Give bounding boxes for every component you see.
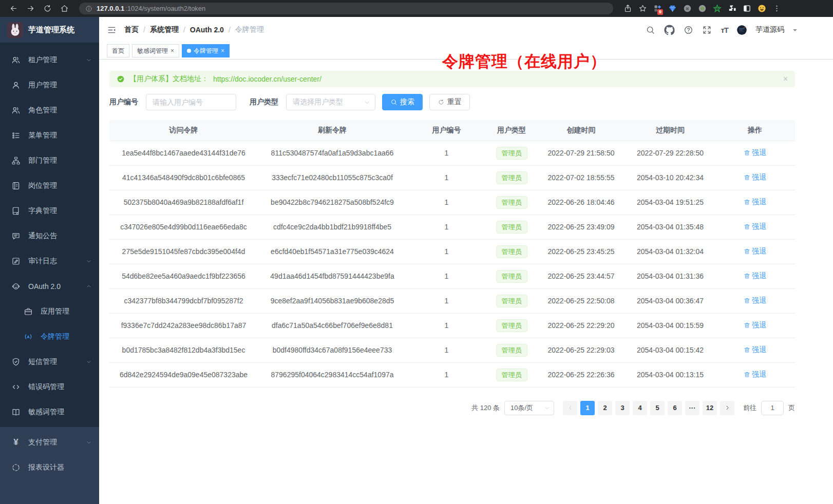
record-extension-icon[interactable] <box>698 4 707 13</box>
page-button[interactable]: 2 <box>598 401 612 415</box>
menu-item-oauth2-app-management[interactable]: 应用管理 <box>0 299 99 324</box>
browser-forward-icon[interactable] <box>26 4 35 13</box>
tab-home[interactable]: 首页 <box>107 44 129 57</box>
menu-item-audit-log[interactable]: 审计日志 <box>0 248 99 274</box>
menu-item-notice-announcement[interactable]: 通知公告 <box>0 223 99 248</box>
force-logout-button[interactable]: 强退 <box>744 345 766 355</box>
address-bar[interactable]: 127.0.0.1 :1024/system/oauth2/token <box>79 3 613 14</box>
user-caret-down-icon[interactable] <box>793 29 797 33</box>
menu-item-user-management[interactable]: 用户管理 <box>0 72 99 98</box>
tab-label: 令牌管理 <box>194 47 218 55</box>
pay-icon: ¥ <box>11 438 21 447</box>
page-button[interactable]: 6 <box>668 401 682 415</box>
column-header: 访问令牌 <box>109 120 258 141</box>
menu-item-label: 租户管理 <box>28 55 57 65</box>
sidebar-toggle-icon[interactable] <box>107 25 117 35</box>
menu-item-oauth2-token-management[interactable]: A令牌管理 <box>0 324 99 349</box>
app-logo[interactable]: 芋道管理系统 <box>0 17 99 43</box>
force-logout-button[interactable]: 强退 <box>744 173 766 182</box>
cell-user-type: 管理员 <box>486 288 537 313</box>
force-logout-button[interactable]: 强退 <box>744 247 766 256</box>
prev-page-button[interactable] <box>563 401 577 415</box>
menu-item-tenant-management[interactable]: 租户管理 <box>0 47 99 72</box>
cell-actions: 强退 <box>715 190 795 215</box>
cell-refresh-token: e6cfd40eb1f54571a31e775e039c4624 <box>258 239 407 264</box>
page-button[interactable]: 3 <box>615 401 630 415</box>
user-id-input[interactable] <box>146 94 236 110</box>
table-row: 275e5de9151045fe87cbdc395e004f4de6cfd40e… <box>109 239 795 264</box>
cell-access-token: 275e5de9151045fe87cbdc395e004f4d <box>109 239 258 264</box>
bookmark-star-icon[interactable] <box>638 4 647 13</box>
tab-group-icon[interactable] <box>743 4 751 13</box>
green-star-extension-icon[interactable] <box>713 4 722 13</box>
user-type-select[interactable]: 请选择用户类型 <box>286 94 375 110</box>
browser-back-icon[interactable] <box>9 4 18 13</box>
github-icon[interactable] <box>664 25 675 35</box>
next-page-button[interactable] <box>720 401 734 415</box>
menu-item-menu-management[interactable]: 菜单管理 <box>0 123 99 148</box>
extensions-puzzle-icon[interactable] <box>728 4 736 13</box>
gem-extension-icon[interactable] <box>668 4 677 13</box>
navbar-tools: тT 芋道源码 <box>646 25 797 35</box>
help-icon[interactable] <box>684 25 693 35</box>
tab-close-icon[interactable]: × <box>221 48 224 54</box>
search-icon <box>390 99 397 106</box>
tab-token[interactable]: 令牌管理× <box>182 44 230 57</box>
browser-menu-icon[interactable] <box>772 4 781 13</box>
share-icon[interactable] <box>623 4 632 13</box>
force-logout-button[interactable]: 强退 <box>744 321 766 330</box>
sms-icon <box>11 357 21 366</box>
menu-item-error-code-management[interactable]: 错误码管理 <box>0 374 99 399</box>
font-size-icon[interactable]: тT <box>721 26 728 34</box>
force-logout-button[interactable]: 强退 <box>744 148 766 158</box>
fullscreen-icon[interactable] <box>702 25 712 35</box>
force-logout-button[interactable]: 强退 <box>744 222 766 231</box>
cmd-extension-icon[interactable]: ⌘ <box>683 4 692 13</box>
page-button[interactable]: 1 <box>580 401 595 415</box>
menu-item-label: OAuth 2.0 <box>28 282 61 290</box>
breadcrumb-item[interactable]: 系统管理 <box>150 25 179 34</box>
page-size-select[interactable]: 10条/页 <box>504 401 554 415</box>
menu-item-post-management[interactable]: 岗位管理 <box>0 173 99 198</box>
menu-item-dict-management[interactable]: 字典管理 <box>0 198 99 223</box>
user-avatar[interactable] <box>737 25 747 35</box>
force-logout-button[interactable]: 强退 <box>744 272 766 281</box>
goto-page-input[interactable] <box>761 401 784 415</box>
column-header: 用户类型 <box>486 120 537 141</box>
menu-item-sensitive-word-management[interactable]: 敏感词管理 <box>0 399 99 424</box>
pager-ellipsis[interactable]: ··· <box>685 401 699 415</box>
menu-item-pay-management[interactable]: ¥支付管理 <box>0 430 99 455</box>
extension-grid-icon[interactable]: 9 <box>653 4 662 13</box>
force-logout-label: 强退 <box>752 370 766 379</box>
browser-profile-avatar[interactable] <box>758 4 766 13</box>
search-button[interactable]: 搜索 <box>382 94 423 110</box>
user-type-tag: 管理员 <box>496 369 527 381</box>
site-info-icon[interactable] <box>85 5 92 12</box>
page-button[interactable]: 5 <box>650 401 665 415</box>
reset-button[interactable]: 重置 <box>429 94 470 110</box>
menu-item-dept-management[interactable]: 部门管理 <box>0 148 99 173</box>
menu-item-oauth2[interactable]: OAuth 2.0 <box>0 274 99 299</box>
page-button[interactable]: 12 <box>703 401 717 415</box>
breadcrumb-item[interactable]: 首页 <box>124 25 139 34</box>
header-search-icon[interactable] <box>646 25 655 35</box>
menu-item-role-management[interactable]: 角色管理 <box>0 98 99 123</box>
menu-item-report-designer[interactable]: 报表设计器 <box>0 455 99 480</box>
alert-doc-link[interactable]: https://doc.iocoder.cn/user-center/ <box>213 75 321 83</box>
tab-close-icon[interactable]: × <box>171 48 174 54</box>
force-logout-button[interactable]: 强退 <box>744 198 766 207</box>
menu-item-sms-management[interactable]: 短信管理 <box>0 349 99 374</box>
force-logout-button[interactable]: 强退 <box>744 370 766 379</box>
cell-expire-time: 2054-03-10 20:42:34 <box>626 165 715 190</box>
breadcrumb-item[interactable]: 令牌管理 <box>235 25 264 34</box>
alert-close-icon[interactable]: × <box>783 75 788 83</box>
alert-text: 【用户体系】文档地址： <box>129 74 209 84</box>
tab-sensitive-word[interactable]: 敏感词管理× <box>132 44 179 57</box>
chevron-left-icon <box>567 404 574 411</box>
username[interactable]: 芋道源码 <box>755 25 784 34</box>
browser-reload-icon[interactable] <box>43 4 52 13</box>
page-button[interactable]: 4 <box>633 401 647 415</box>
force-logout-button[interactable]: 强退 <box>744 296 766 305</box>
browser-home-icon[interactable] <box>60 4 69 13</box>
breadcrumb-item[interactable]: OAuth 2.0 <box>190 26 224 34</box>
